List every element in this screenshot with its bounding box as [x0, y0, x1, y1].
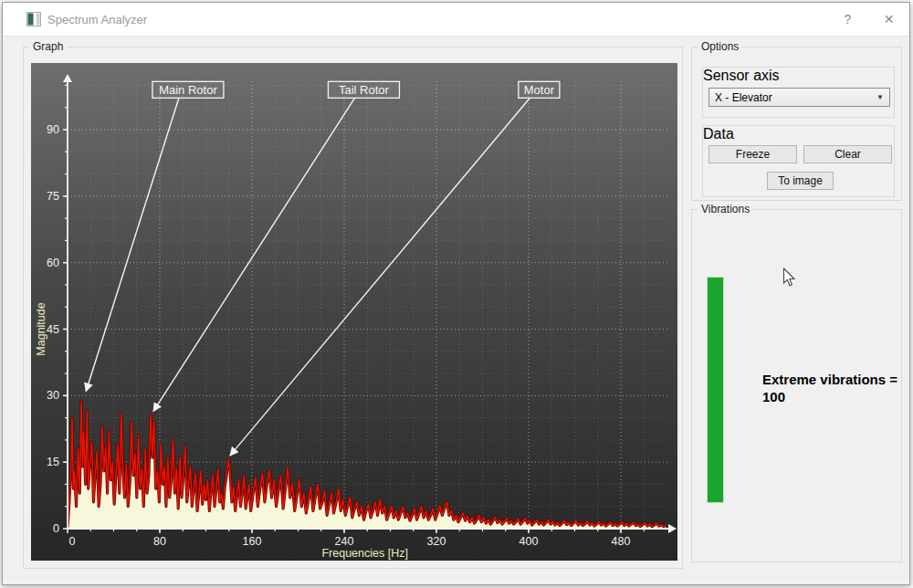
vibration-status-text: Extreme vibrations = 100	[762, 371, 901, 405]
mouse-cursor	[782, 268, 796, 288]
to-image-button[interactable]: To image	[767, 172, 834, 190]
vibrations-groupbox-label: Vibrations	[698, 203, 753, 215]
chevron-down-icon: ▼	[876, 93, 884, 101]
graph-groupbox-label: Graph	[29, 40, 67, 53]
data-groupbox-label: Data	[703, 126, 734, 142]
spectrum-plot: 0801602403204004800153045607590Frequenci…	[31, 63, 677, 561]
options-groupbox-label: Options	[698, 40, 742, 53]
sensor-axis-groupbox: Sensor axis X - Elevator ▼	[702, 67, 895, 118]
graph-groupbox: Graph 0801602403204004800153045607590Fre…	[23, 47, 683, 569]
svg-text:320: 320	[427, 535, 446, 548]
svg-text:0: 0	[69, 535, 76, 548]
vibration-level-bar	[707, 277, 724, 503]
vibrations-groupbox: Vibrations Extreme vibrations = 100	[691, 209, 902, 562]
svg-text:80: 80	[153, 535, 166, 548]
svg-text:Motor: Motor	[524, 83, 555, 97]
x-axis-title: Frequencies [Hz]	[321, 547, 407, 560]
sensor-axis-label: Sensor axis	[703, 68, 780, 83]
svg-text:75: 75	[47, 190, 59, 203]
freeze-button[interactable]: Freeze	[708, 145, 797, 163]
svg-text:160: 160	[243, 535, 262, 548]
svg-text:0: 0	[53, 522, 59, 535]
svg-text:Main Rotor: Main Rotor	[159, 83, 217, 97]
sensor-axis-combobox[interactable]: X - Elevator ▼	[708, 88, 890, 107]
titlebar: Spectrum Analyzer ? ✕	[3, 3, 909, 37]
svg-text:30: 30	[47, 389, 59, 402]
svg-text:480: 480	[612, 535, 631, 548]
app-window: Spectrum Analyzer ? ✕ Graph 080160240320…	[2, 2, 910, 585]
svg-text:Tail Rotor: Tail Rotor	[339, 83, 390, 97]
y-axis-title: Magnitude	[35, 302, 47, 355]
app-icon	[26, 12, 41, 26]
options-groupbox: Options Sensor axis X - Elevator ▼ Data …	[691, 47, 902, 201]
svg-text:400: 400	[519, 535, 539, 548]
close-button[interactable]: ✕	[868, 3, 909, 37]
sensor-axis-selected-value: X - Elevator	[715, 91, 876, 104]
clear-button[interactable]: Clear	[803, 145, 892, 163]
window-title: Spectrum Analyzer	[47, 3, 147, 37]
svg-text:15: 15	[47, 456, 59, 468]
data-groupbox: Data Freeze Clear To image	[702, 125, 895, 197]
svg-text:240: 240	[335, 535, 354, 548]
svg-text:45: 45	[47, 323, 59, 336]
svg-text:90: 90	[47, 123, 59, 136]
svg-text:60: 60	[47, 257, 59, 269]
help-button[interactable]: ?	[827, 3, 868, 37]
window-body: Graph 0801602403204004800153045607590Fre…	[3, 37, 909, 584]
